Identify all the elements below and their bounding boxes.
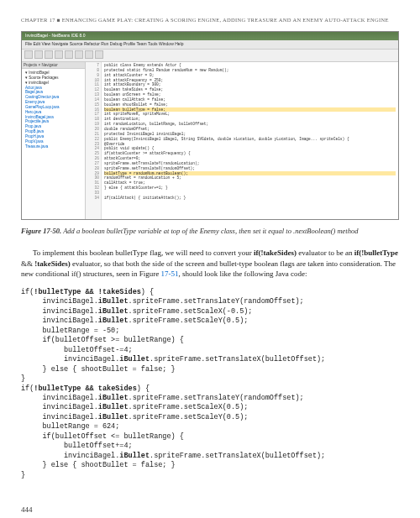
sidebar-tab: Projects × Navigator bbox=[22, 62, 85, 69]
figure-caption: Figure 17-50. Add a boolean bulletType v… bbox=[21, 227, 399, 236]
toolbar-icon bbox=[45, 50, 53, 59]
ide-screenshot: InvinciBagel - NetBeans IDE 8.0 File Edi… bbox=[21, 31, 399, 220]
figure-reference: 17-51 bbox=[160, 269, 178, 278]
line-gutter: 7891011121314151617181920212223242526272… bbox=[86, 62, 102, 220]
ide-toolbar bbox=[22, 50, 398, 62]
toolbar-icon bbox=[55, 50, 63, 59]
toolbar-icon bbox=[65, 50, 73, 59]
page-number: 444 bbox=[21, 505, 399, 514]
ide-titlebar: InvinciBagel - NetBeans IDE 8.0 bbox=[22, 32, 398, 40]
caption-text: Add a boolean bulletType variable at top… bbox=[61, 227, 358, 235]
toolbar-icon bbox=[24, 50, 33, 59]
code-editor: 7891011121314151617181920212223242526272… bbox=[86, 62, 398, 220]
toolbar-icon bbox=[85, 50, 93, 59]
project-tree: ▾ InvinciBagel ▾ Source Packages ▾ invin… bbox=[22, 69, 85, 151]
ide-menubar: File Edit View Navigate Source Refactor … bbox=[22, 40, 398, 50]
code-area: public class Enemy extends Actor { prote… bbox=[102, 62, 398, 220]
figure-label: Figure 17-50. bbox=[21, 227, 61, 235]
chapter-header: CHAPTER 17 ■ ENHANCING GAME PLAY: CREATI… bbox=[21, 17, 399, 23]
toolbar-icon bbox=[34, 50, 43, 59]
toolbar-icon bbox=[75, 50, 83, 59]
code-listing: if(!bulletType && !takeSides) { invinciB… bbox=[21, 288, 399, 480]
body-paragraph: To implement this boolean bulletType fla… bbox=[21, 248, 399, 280]
ide-sidebar: Projects × Navigator ▾ InvinciBagel ▾ So… bbox=[22, 62, 86, 220]
toolbar-icon bbox=[95, 50, 103, 59]
